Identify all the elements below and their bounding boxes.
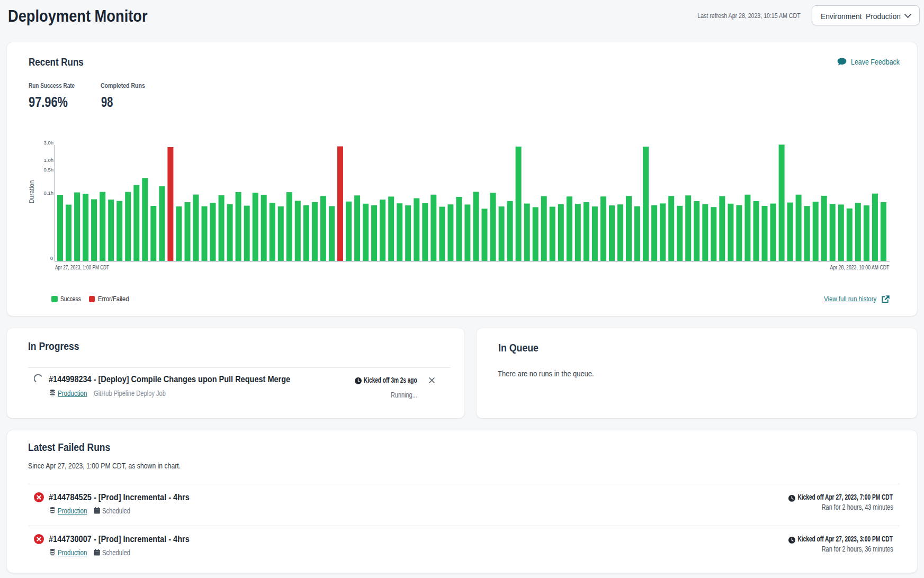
svg-text:Apr 28, 2023, 10:00 AM CDT: Apr 28, 2023, 10:00 AM CDT — [830, 264, 890, 270]
svg-text:0.5h: 0.5h — [44, 167, 54, 173]
svg-text:0: 0 — [50, 255, 53, 261]
svg-text:0.1h: 0.1h — [44, 190, 54, 196]
svg-text:1.0h: 1.0h — [44, 157, 54, 163]
svg-text:Apr 27, 2023, 1:00 PM CDT: Apr 27, 2023, 1:00 PM CDT — [55, 264, 109, 270]
svg-text:3.0h: 3.0h — [44, 140, 54, 146]
svg-text:Duration: Duration — [28, 180, 35, 204]
